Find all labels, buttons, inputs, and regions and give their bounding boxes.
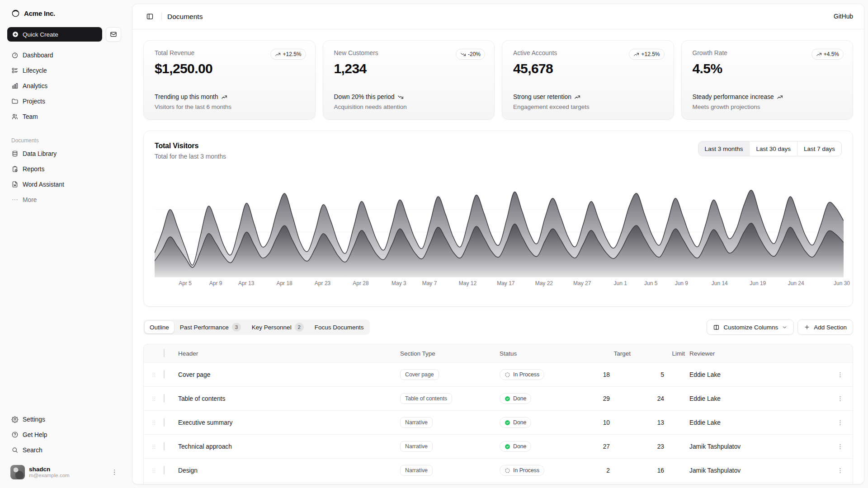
sidebar-item-projects[interactable]: Projects — [7, 94, 121, 108]
row-header-cell[interactable]: Executive summary — [178, 419, 400, 426]
row-menu-button[interactable] — [827, 395, 853, 402]
target-cell[interactable]: 2 — [581, 467, 635, 474]
x-axis-tick: Apr 13 — [238, 280, 254, 286]
limit-cell[interactable]: 13 — [635, 419, 689, 426]
divider — [161, 13, 162, 20]
sidebar-item-get-help[interactable]: Get Help — [7, 427, 121, 442]
stat-footer-desc: Engagement exceed targets — [513, 103, 663, 110]
add-section-button[interactable]: Add Section — [797, 319, 853, 335]
drag-handle[interactable] — [144, 443, 164, 450]
sidebar-item-analytics[interactable]: Analytics — [7, 79, 121, 93]
trend-badge-value: -20% — [468, 51, 481, 57]
reviewer-cell[interactable]: Jamik Tashpulatov — [689, 467, 827, 474]
user-menu[interactable]: shadcn m@example.com — [7, 463, 121, 482]
report-icon — [11, 165, 19, 173]
column-limit: Limit — [635, 350, 689, 357]
row-menu-button[interactable] — [827, 443, 853, 450]
x-axis-tick: Jun 14 — [712, 280, 728, 286]
sidebar-item-reports[interactable]: Reports — [7, 162, 121, 176]
row-header-cell[interactable]: Technical approach — [178, 443, 400, 450]
database-icon — [11, 150, 19, 157]
stat-value: 4.5% — [693, 61, 842, 76]
target-cell[interactable]: 29 — [581, 395, 635, 402]
x-axis-tick: May 12 — [459, 280, 476, 286]
row-menu-button[interactable] — [827, 467, 853, 474]
sidebar-item-settings[interactable]: Settings — [7, 412, 121, 427]
row-menu-button[interactable] — [827, 371, 853, 378]
trend-badge-value: +12.5% — [283, 51, 301, 57]
limit-cell[interactable]: 5 — [635, 371, 689, 378]
sidebar-item-lifecycle[interactable]: Lifecycle — [7, 63, 121, 78]
mail-icon — [110, 31, 117, 38]
sidebar-item-search[interactable]: Search — [7, 443, 121, 457]
row-header-cell[interactable]: Cover page — [178, 371, 400, 378]
limit-cell[interactable]: 23 — [635, 443, 689, 450]
check-circle-icon — [505, 420, 510, 426]
sidebar-item-data-library[interactable]: Data Library — [7, 146, 121, 161]
target-cell[interactable]: 27 — [581, 443, 635, 450]
tab-key-personnel[interactable]: Key Personnel 2 — [247, 321, 309, 333]
sidebar-item-team[interactable]: Team — [7, 109, 121, 124]
range-last-30-days[interactable]: Last 30 days — [749, 141, 797, 156]
sidebar-item-word-assistant[interactable]: Word Assistant — [7, 177, 121, 192]
customize-columns-button[interactable]: Customize Columns — [707, 319, 794, 335]
row-checkbox[interactable] — [164, 466, 165, 474]
reviewer-cell[interactable]: Jamik Tashpulatov — [689, 443, 827, 450]
sidebar-toggle-button[interactable] — [143, 10, 156, 23]
sidebar-item-more[interactable]: More — [7, 192, 121, 207]
row-checkbox[interactable] — [164, 442, 165, 450]
reviewer-cell[interactable]: Eddie Lake — [689, 371, 827, 378]
select-all-checkbox[interactable] — [164, 349, 165, 357]
row-menu-button[interactable] — [827, 419, 853, 426]
tab-focus-documents[interactable]: Focus Documents — [310, 321, 369, 333]
row-header-cell[interactable]: Table of contents — [178, 395, 400, 402]
stat-card-active-accounts: Active Accounts +12.5% 45,678 Strong use… — [502, 40, 674, 120]
brand[interactable]: Acme Inc. — [7, 5, 121, 21]
drag-handle[interactable] — [144, 419, 164, 426]
stat-value: 45,678 — [513, 61, 663, 76]
range-last-7-days[interactable]: Last 7 days — [797, 141, 841, 156]
drag-handle[interactable] — [144, 395, 164, 402]
customize-columns-label: Customize Columns — [723, 324, 778, 331]
drag-handle[interactable] — [144, 467, 164, 474]
tab-outline[interactable]: Outline — [145, 321, 174, 333]
status-badge[interactable]: In Process — [500, 465, 544, 476]
row-checkbox[interactable] — [164, 418, 165, 427]
status-badge[interactable]: Done — [500, 417, 531, 428]
folder-icon — [11, 98, 19, 105]
status-badge[interactable]: Done — [500, 441, 531, 452]
sections-table: Header Section Type Status Target Limit … — [143, 344, 853, 484]
reviewer-cell[interactable]: Eddie Lake — [689, 419, 827, 426]
dots-vertical-icon[interactable] — [111, 469, 118, 476]
limit-cell[interactable]: 16 — [635, 467, 689, 474]
inbox-button[interactable] — [106, 27, 121, 42]
target-cell[interactable]: 10 — [581, 419, 635, 426]
stat-footer-desc: Meets growth projections — [693, 103, 842, 110]
section-type-badge: Table of contents — [400, 393, 452, 404]
reviewer-cell[interactable]: Eddie Lake — [689, 395, 827, 402]
row-checkbox[interactable] — [164, 394, 165, 403]
tab-past-performance[interactable]: Past Performance 3 — [175, 321, 246, 333]
drag-handle[interactable] — [144, 371, 164, 378]
acme-logo-icon — [11, 9, 20, 18]
row-header-cell[interactable]: Design — [178, 467, 400, 474]
x-axis-tick: Apr 18 — [276, 280, 292, 286]
quick-create-button[interactable]: Quick Create — [7, 27, 102, 42]
range-last-3-months[interactable]: Last 3 months — [698, 141, 750, 156]
limit-cell[interactable]: 24 — [635, 395, 689, 402]
column-target: Target — [581, 350, 635, 357]
github-link[interactable]: GitHub — [834, 13, 853, 20]
x-axis-tick: Apr 5 — [179, 280, 192, 286]
x-axis-labels: Apr 5Apr 9Apr 13Apr 18Apr 23Apr 28May 3M… — [155, 280, 842, 287]
row-checkbox[interactable] — [164, 370, 165, 379]
sidebar-item-dashboard[interactable]: Dashboard — [7, 48, 121, 62]
sidebar-item-label: Analytics — [23, 83, 47, 89]
status-badge[interactable]: In Process — [500, 369, 544, 380]
stat-cards: Total Revenue +12.5% $1,250.00 Trending … — [143, 40, 853, 120]
tab-label: Focus Documents — [315, 324, 364, 331]
trend-badge: +4.5% — [811, 49, 844, 60]
sidebar-item-label: Word Assistant — [23, 181, 64, 188]
table-row-clipped — [144, 482, 853, 484]
status-badge[interactable]: Done — [500, 393, 531, 404]
target-cell[interactable]: 18 — [581, 371, 635, 378]
